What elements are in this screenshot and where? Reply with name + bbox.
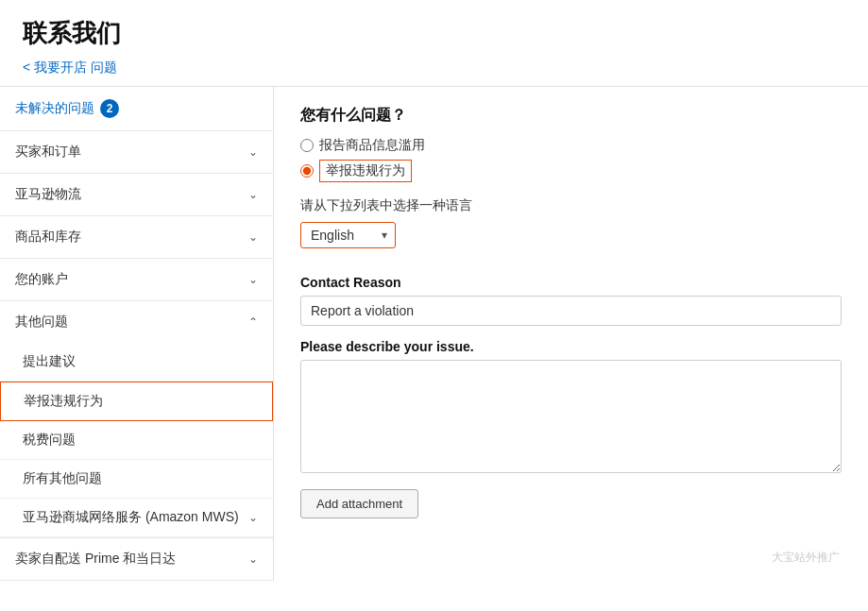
chevron-down-icon: ⌄ — [248, 552, 258, 566]
sidebar-label-products-inventory: 商品和库存 — [15, 229, 81, 246]
sidebar-item-seller-fulfilled-prime[interactable]: 卖家自配送 Prime 和当日达 ⌄ — [0, 538, 273, 580]
chevron-down-icon: ⌄ — [248, 188, 258, 201]
sidebar-sub-item-tax-issues[interactable]: 税费问题 — [0, 421, 273, 460]
radio-report-abuse[interactable] — [300, 139, 314, 152]
lang-select[interactable]: English Chinese French German Spanish Ja… — [301, 223, 395, 247]
chevron-down-icon: ⌄ — [248, 511, 258, 524]
sidebar-item-products-inventory[interactable]: 商品和库存 ⌄ — [0, 216, 273, 258]
chevron-down-icon: ⌄ — [248, 145, 258, 159]
watermark: 大宝站外推广 — [772, 550, 840, 566]
sidebar-sub-item-suggest[interactable]: 提出建议 — [0, 343, 273, 382]
sidebar-sub-label-tax-issues: 税费问题 — [23, 432, 76, 447]
sidebar-sub-item-amazon-mws[interactable]: 亚马逊商城网络服务 (Amazon MWS) ⌄ — [0, 499, 273, 537]
unsolved-badge: 2 — [100, 99, 119, 118]
radio-group-question: 报告商品信息滥用 举报违规行为 — [300, 137, 842, 182]
breadcrumb[interactable]: < 我要开店 问题 — [23, 59, 845, 76]
sidebar-label-other-issues: 其他问题 — [15, 314, 68, 331]
sidebar: 未解决的问题 2 买家和订单 ⌄ 亚马逊物流 ⌄ 商品和库存 ⌄ — [0, 87, 274, 581]
radio-row-report-abuse: 报告商品信息滥用 — [300, 137, 842, 154]
sidebar-sub-item-all-other-issues[interactable]: 所有其他问题 — [0, 460, 273, 499]
sidebar-label-your-account: 您的账户 — [15, 271, 68, 288]
chevron-up-icon: ⌃ — [248, 315, 258, 329]
contact-reason-input[interactable] — [300, 296, 842, 326]
sidebar-sub-label-suggest: 提出建议 — [23, 353, 76, 368]
sidebar-sub-item-report-violation[interactable]: 举报违规行为 — [0, 382, 273, 421]
lang-select-wrapper[interactable]: English Chinese French German Spanish Ja… — [300, 222, 396, 248]
sidebar-sub-label-amazon-mws: 亚马逊商城网络服务 (Amazon MWS) — [23, 509, 239, 526]
chevron-down-icon: ⌄ — [248, 230, 258, 244]
sidebar-item-label-unsolved: 未解决的问题 — [15, 100, 94, 117]
question-title: 您有什么问题？ — [300, 106, 842, 126]
sidebar-item-other-issues[interactable]: 其他问题 ⌃ — [0, 301, 273, 343]
describe-issue-label: Please describe your issue. — [300, 339, 842, 354]
radio-row-report-violation: 举报违规行为 — [300, 160, 842, 182]
sidebar-sub-label-report-violation: 举报违规行为 — [24, 393, 103, 408]
sidebar-item-buyers-orders[interactable]: 买家和订单 ⌄ — [0, 131, 273, 173]
chevron-down-icon: ⌄ — [248, 273, 258, 286]
page-title: 联系我们 — [23, 17, 845, 50]
sidebar-label-buyers-orders: 买家和订单 — [15, 144, 81, 161]
contact-reason-label: Contact Reason — [300, 275, 842, 290]
sidebar-label-seller-fulfilled-prime: 卖家自配送 Prime 和当日达 — [15, 551, 176, 568]
radio-label-report-violation: 举报违规行为 — [319, 160, 412, 182]
main-content: 您有什么问题？ 报告商品信息滥用 举报违规行为 请从下拉列表中选择一种语言 En… — [274, 87, 868, 581]
add-attachment-button[interactable]: Add attachment — [300, 489, 418, 518]
sidebar-item-amazon-logistics[interactable]: 亚马逊物流 ⌄ — [0, 174, 273, 215]
radio-label-report-abuse: 报告商品信息滥用 — [319, 137, 425, 154]
sidebar-label-amazon-logistics: 亚马逊物流 — [15, 186, 81, 203]
lang-select-label: 请从下拉列表中选择一种语言 — [300, 197, 842, 214]
radio-report-violation[interactable] — [300, 164, 314, 178]
sidebar-item-your-account[interactable]: 您的账户 ⌄ — [0, 259, 273, 300]
describe-issue-textarea[interactable] — [300, 360, 842, 473]
sidebar-sub-label-all-other-issues: 所有其他问题 — [23, 470, 102, 485]
sidebar-item-unsolved[interactable]: 未解决的问题 2 — [0, 87, 273, 131]
